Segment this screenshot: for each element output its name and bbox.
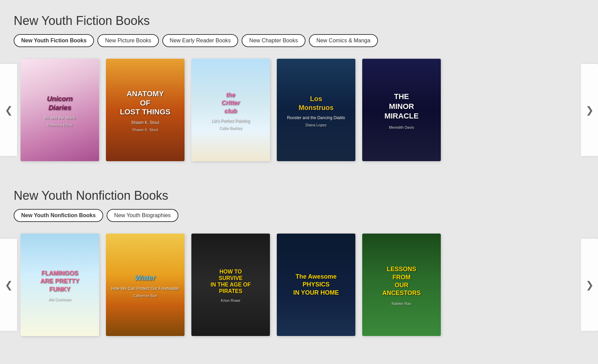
book-author-0-1: Shawn K. Stout: [132, 128, 158, 132]
filter-bar-youth-fiction: New Youth Fiction BooksNew Picture Books…: [0, 34, 598, 47]
book-subtitle-0-2: Liz's Perfect Painting: [212, 118, 250, 123]
carousel-left-youth-fiction[interactable]: ❮: [0, 64, 17, 156]
books-row-youth-fiction: Unicorn DiariesBo and the WitchRebecca E…: [0, 55, 598, 165]
book-card-1-4[interactable]: LESSONS FROM OUR ANCESTORSNaleke Rao: [362, 234, 441, 336]
book-title-0-4: THE MINOR MIRACLE: [383, 90, 420, 123]
book-author-0-4: Meredith Davis: [389, 125, 414, 129]
book-title-0-1: ANATOMY OF LOST THINGS: [119, 88, 172, 118]
book-subtitle-1-1: How We Can Protect Our Freshwater: [111, 286, 179, 291]
sections-container: New Youth Fiction BooksNew Youth Fiction…: [0, 7, 598, 346]
book-card-1-1[interactable]: WaterHow We Can Protect Our FreshwaterCa…: [106, 234, 185, 336]
book-inner-1-3: The Awesome PHYSICS IN YOUR HOME: [277, 234, 355, 336]
book-inner-0-4: THE MINOR MIRACLEMeredith Davis: [362, 59, 441, 161]
book-title-1-4: LESSONS FROM OUR ANCESTORS: [381, 264, 422, 299]
filter-btn-1-0[interactable]: New Youth Nonfiction Books: [14, 209, 103, 222]
book-title-0-3: Los Monstruos: [297, 93, 335, 113]
book-title-1-2: HOW TO SURVIVE IN THE AGE OF PIRATES: [209, 267, 252, 296]
chevron-left-icon: ❮: [5, 279, 13, 291]
book-author-1-4: Naleke Rao: [392, 302, 411, 306]
book-author-0-2: Callie Barkley: [219, 126, 242, 130]
books-row-youth-nonfiction: FLAMINGOS ARE PRETTY FUNKYAbi CushmanWat…: [0, 230, 598, 339]
book-subtitle-0-0: Bo and the Witch: [44, 115, 75, 120]
book-card-1-0[interactable]: FLAMINGOS ARE PRETTY FUNKYAbi Cushman: [21, 234, 99, 336]
book-card-0-0[interactable]: Unicorn DiariesBo and the WitchRebecca E…: [21, 59, 99, 161]
book-inner-1-4: LESSONS FROM OUR ANCESTORSNaleke Rao: [362, 234, 441, 336]
filter-btn-0-4[interactable]: New Comics & Manga: [309, 34, 378, 47]
book-author-1-1: Catherine Barr: [133, 294, 158, 298]
book-card-0-3[interactable]: Los MonstruosRooster and the Dancing Dia…: [277, 59, 355, 161]
book-title-0-2: the Critter club: [220, 90, 241, 116]
carousel-youth-fiction: ❮Unicorn DiariesBo and the WitchRebecca …: [0, 55, 598, 165]
filter-btn-0-2[interactable]: New Early Reader Books: [162, 34, 239, 47]
book-inner-1-1: WaterHow We Can Protect Our FreshwaterCa…: [106, 234, 185, 336]
book-card-0-1[interactable]: ANATOMY OF LOST THINGSShawn K. StoutShaw…: [106, 59, 185, 161]
book-card-1-3[interactable]: The Awesome PHYSICS IN YOUR HOME: [277, 234, 355, 336]
carousel-youth-nonfiction: ❮FLAMINGOS ARE PRETTY FUNKYAbi CushmanWa…: [0, 230, 598, 339]
section-youth-nonfiction: New Youth Nonfiction BooksNew Youth Nonf…: [0, 182, 598, 346]
page-wrapper: New Youth Fiction BooksNew Youth Fiction…: [0, 0, 598, 363]
book-title-1-1: Water: [134, 272, 157, 284]
book-inner-0-2: the Critter clubLiz's Perfect PaintingCa…: [191, 59, 270, 161]
book-subtitle-0-1: Shawn K. Stout: [131, 120, 160, 125]
filter-bar-youth-nonfiction: New Youth Nonfiction BooksNew Youth Biog…: [0, 209, 598, 222]
book-subtitle-0-3: Rooster and the Dancing Diablo: [287, 115, 345, 120]
section-title-youth-fiction: New Youth Fiction Books: [0, 14, 598, 28]
filter-btn-1-1[interactable]: New Youth Biographies: [107, 209, 178, 222]
book-author-1-0: Abi Cushman: [49, 297, 71, 302]
section-title-youth-nonfiction: New Youth Nonfiction Books: [0, 188, 598, 203]
filter-btn-0-3[interactable]: New Chapter Books: [242, 34, 305, 47]
filter-btn-0-1[interactable]: New Picture Books: [97, 34, 159, 47]
book-title-1-0: FLAMINGOS ARE PRETTY FUNKY: [39, 268, 81, 295]
carousel-right-youth-fiction[interactable]: ❯: [581, 64, 598, 156]
book-inner-1-2: HOW TO SURVIVE IN THE AGE OF PIRATESKrio…: [191, 234, 270, 336]
section-youth-fiction: New Youth Fiction BooksNew Youth Fiction…: [0, 7, 598, 171]
book-author-1-2: Krion Rowe: [221, 298, 241, 303]
carousel-left-youth-nonfiction[interactable]: ❮: [0, 239, 17, 331]
book-inner-0-3: Los MonstruosRooster and the Dancing Dia…: [277, 59, 355, 161]
chevron-right-icon: ❯: [586, 279, 594, 291]
book-card-1-2[interactable]: HOW TO SURVIVE IN THE AGE OF PIRATESKrio…: [191, 234, 270, 336]
chevron-left-icon: ❮: [5, 104, 13, 116]
book-author-0-0: Rebecca Elliott: [47, 123, 72, 127]
book-title-0-0: Unicorn Diaries: [45, 93, 74, 113]
book-inner-1-0: FLAMINGOS ARE PRETTY FUNKYAbi Cushman: [21, 234, 99, 336]
book-card-0-2[interactable]: the Critter clubLiz's Perfect PaintingCa…: [191, 59, 270, 161]
book-inner-0-1: ANATOMY OF LOST THINGSShawn K. StoutShaw…: [106, 59, 185, 161]
carousel-right-youth-nonfiction[interactable]: ❯: [581, 239, 598, 331]
chevron-right-icon: ❯: [586, 104, 594, 116]
book-author-0-3: Diana Lopez: [305, 123, 327, 127]
filter-btn-0-0[interactable]: New Youth Fiction Books: [14, 34, 94, 47]
book-card-0-4[interactable]: THE MINOR MIRACLEMeredith Davis: [362, 59, 441, 161]
book-title-1-3: The Awesome PHYSICS IN YOUR HOME: [292, 271, 340, 298]
book-inner-0-0: Unicorn DiariesBo and the WitchRebecca E…: [21, 59, 99, 161]
